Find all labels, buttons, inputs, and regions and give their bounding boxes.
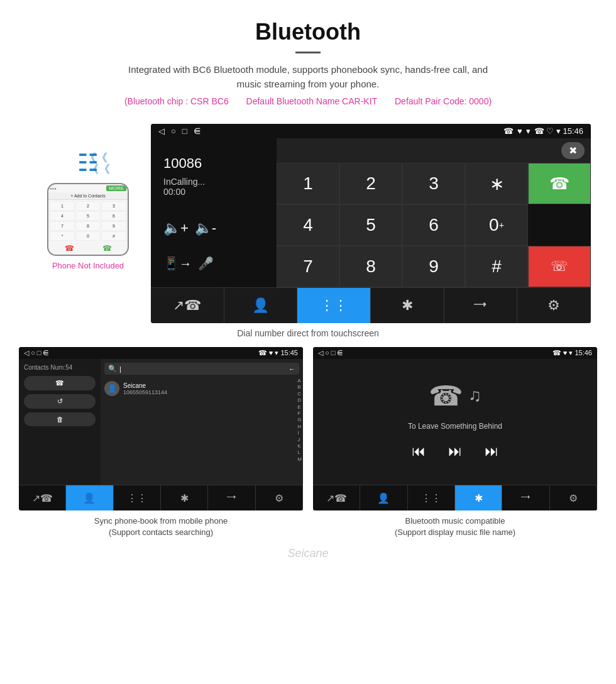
contacts-android-screen: ◁ ○ □ ⋹ ☎ ♥ ▾ 15:45 Contacts Num:54 ☎ ↺ …	[19, 347, 303, 510]
contact-name: Seicane	[123, 382, 167, 389]
status-left: ◁ ○ □ ⋹	[158, 126, 201, 136]
vol-up-icon[interactable]: 🔈+	[163, 220, 189, 236]
trash-icon: 🗑	[57, 416, 63, 423]
key-star[interactable]: ∗	[465, 163, 528, 204]
vol-down-icon[interactable]: 🔈-	[195, 220, 216, 236]
key-4[interactable]: 4	[277, 204, 339, 246]
contacts-right-panel: 🔍 | ← 👤 Seicane 10655059113144 ABCD	[101, 359, 303, 485]
phone-mockup-title: + Add to Contacts	[48, 192, 128, 200]
contacts-caption: Sync phone-book from mobile phone (Suppo…	[19, 510, 303, 541]
call-small-icon: ☎	[55, 379, 64, 387]
recents-icon: □	[182, 126, 187, 136]
header-description: Integrated with BC6 Bluetooth module, su…	[119, 63, 497, 91]
mic-icon[interactable]: 🎤	[198, 256, 214, 271]
contacts-btn[interactable]: 👤	[224, 288, 298, 323]
contacts-screen-wrap: ◁ ○ □ ⋹ ☎ ♥ ▾ 15:45 Contacts Num:54 ☎ ↺ …	[19, 347, 303, 541]
m-settings-btn[interactable]: ⚙	[550, 485, 597, 510]
back-icon: ◁	[158, 126, 165, 136]
numpad-btn[interactable]: ⋮⋮	[297, 288, 371, 323]
dial-caption: Dial number direct from touchscreen	[0, 323, 616, 347]
c-dialout-btn[interactable]: ↗☎	[19, 485, 66, 510]
key-3[interactable]: 3	[402, 163, 465, 204]
bt-name: Default Bluetooth Name CAR-KIT	[246, 96, 378, 106]
bluetooth-info: (Bluetooth chip : CSR BC6 Default Blueto…	[13, 96, 603, 106]
home-icon: ○	[171, 126, 176, 136]
phone-sidebar: ☷ 《《 《《 ●●● MORE + Add to Contacts 123 4…	[25, 124, 151, 270]
grid-icon: ⋹	[194, 126, 201, 136]
refresh-action-btn[interactable]: ↺	[24, 394, 96, 409]
phone-mockup: ●●● MORE + Add to Contacts 123 456 789 *…	[47, 183, 129, 256]
contacts-left-panel: Contacts Num:54 ☎ ↺ 🗑	[19, 359, 101, 485]
key-7[interactable]: 7	[277, 246, 339, 287]
search-back-icon: ←	[289, 365, 295, 373]
key-9[interactable]: 9	[402, 246, 465, 287]
key-2[interactable]: 2	[339, 163, 402, 204]
dialer-number: 10086	[163, 155, 267, 172]
alphabet-sidebar: ABCD EFGH IJKLM	[297, 378, 302, 463]
transfer-icon[interactable]: 📱→	[163, 256, 192, 271]
key-hash[interactable]: #	[465, 246, 528, 287]
dialer-area: 10086 InCalling... 00:00 🔈+ 🔈- 📱→ 🎤 ✖	[151, 138, 591, 287]
dialer-left-panel: 10086 InCalling... 00:00 🔈+ 🔈- 📱→ 🎤	[151, 138, 277, 287]
bt-pair: Default Pair Code: 0000)	[395, 96, 492, 106]
search-icon: 🔍	[108, 365, 117, 373]
music-note-icon: ♫	[468, 385, 481, 405]
contacts-status-right: ☎ ♥ ▾ 15:45	[258, 349, 298, 357]
key-6[interactable]: 6	[402, 204, 465, 246]
m-bluetooth-btn[interactable]: ✱	[455, 485, 502, 510]
wifi-icon: ▾	[526, 126, 531, 136]
transfer-btn[interactable]: ⭢	[444, 288, 518, 323]
call-action-btn[interactable]: ☎	[24, 376, 96, 390]
search-cursor: |	[119, 365, 121, 373]
c-transfer-btn[interactable]: ⭢	[208, 485, 255, 510]
skip-btn[interactable]: ⏭	[485, 443, 498, 460]
phone-status-icon: ☎	[503, 126, 514, 136]
bluetooth-icon-wrap: ☷ 《《 《《	[77, 149, 99, 177]
status-right: ☎ ♥ ▾ ☎ ♡ ▾ 15:46	[503, 126, 583, 136]
c-contacts-btn[interactable]: 👤	[66, 485, 113, 510]
c-settings-btn[interactable]: ⚙	[256, 485, 303, 510]
m-dialout-btn[interactable]: ↗☎	[313, 485, 360, 510]
bt-dialout-btn[interactable]: ↗☎	[151, 288, 224, 323]
delete-action-btn[interactable]: 🗑	[24, 412, 96, 426]
key-0plus[interactable]: 0+	[465, 204, 528, 246]
contact-entry[interactable]: 👤 Seicane 10655059113144	[104, 378, 299, 399]
status-bar: ◁ ○ □ ⋹ ☎ ♥ ▾ ☎ ♡ ▾ 15:46	[151, 124, 591, 138]
music-android-screen: ◁ ○ □ ⋹ ☎ ♥ ▾ 15:46 ☎ ♫ To Leave Somethi…	[313, 347, 597, 510]
contacts-search-bar[interactable]: 🔍 | ←	[104, 363, 299, 375]
c-numpad-btn[interactable]: ⋮⋮	[114, 485, 161, 510]
contact-number: 10655059113144	[123, 389, 167, 395]
refresh-icon: ↺	[57, 397, 63, 405]
contacts-status-bar: ◁ ○ □ ⋹ ☎ ♥ ▾ 15:45	[19, 347, 303, 359]
numpad-panel: ✖ 1 2 3 ∗ ☎ 4 5 6 0+ 7 8 9 # ☏	[277, 138, 591, 287]
transfer-controls: 📱→ 🎤	[163, 256, 267, 271]
music-caption: Bluetooth music compatible (Support disp…	[313, 510, 597, 541]
music-status-right: ☎ ♥ ▾ 15:46	[553, 349, 592, 357]
watermark: Seicane	[0, 541, 616, 573]
contacts-body: Contacts Num:54 ☎ ↺ 🗑 🔍 |	[19, 359, 303, 485]
end-call-button[interactable]: ☏	[528, 246, 591, 287]
m-numpad-btn[interactable]: ⋮⋮	[408, 485, 455, 510]
phone-top-bar: ●●● MORE	[48, 184, 128, 192]
delete-button[interactable]: ✖	[561, 142, 585, 159]
key-5[interactable]: 5	[339, 204, 402, 246]
key-1[interactable]: 1	[277, 163, 339, 204]
contact-avatar: 👤	[104, 381, 119, 396]
header-divider	[295, 52, 321, 53]
key-8[interactable]: 8	[339, 246, 402, 287]
contacts-nav-icons: ◁ ○ □ ⋹	[24, 349, 49, 357]
music-bottom-bar: ↗☎ 👤 ⋮⋮ ✱ ⭢ ⚙	[313, 485, 597, 510]
music-screen-wrap: ◁ ○ □ ⋹ ☎ ♥ ▾ 15:46 ☎ ♫ To Leave Somethi…	[313, 347, 597, 541]
call-button[interactable]: ☎	[528, 163, 591, 204]
location-icon: ♥	[517, 126, 522, 136]
prev-track-btn[interactable]: ⏮	[412, 443, 426, 460]
bluetooth-btn[interactable]: ✱	[371, 288, 444, 323]
m-transfer-btn[interactable]: ⭢	[502, 485, 549, 510]
settings-btn[interactable]: ⚙	[517, 288, 591, 323]
bottom-screens: ◁ ○ □ ⋹ ☎ ♥ ▾ 15:45 Contacts Num:54 ☎ ↺ …	[0, 347, 616, 541]
next-track-btn[interactable]: ⏭	[448, 443, 462, 460]
c-bluetooth-btn[interactable]: ✱	[161, 485, 208, 510]
music-icon-area: ☎ ♫	[429, 380, 481, 412]
music-nav-icons: ◁ ○ □ ⋹	[318, 349, 343, 357]
m-contacts-btn[interactable]: 👤	[360, 485, 407, 510]
